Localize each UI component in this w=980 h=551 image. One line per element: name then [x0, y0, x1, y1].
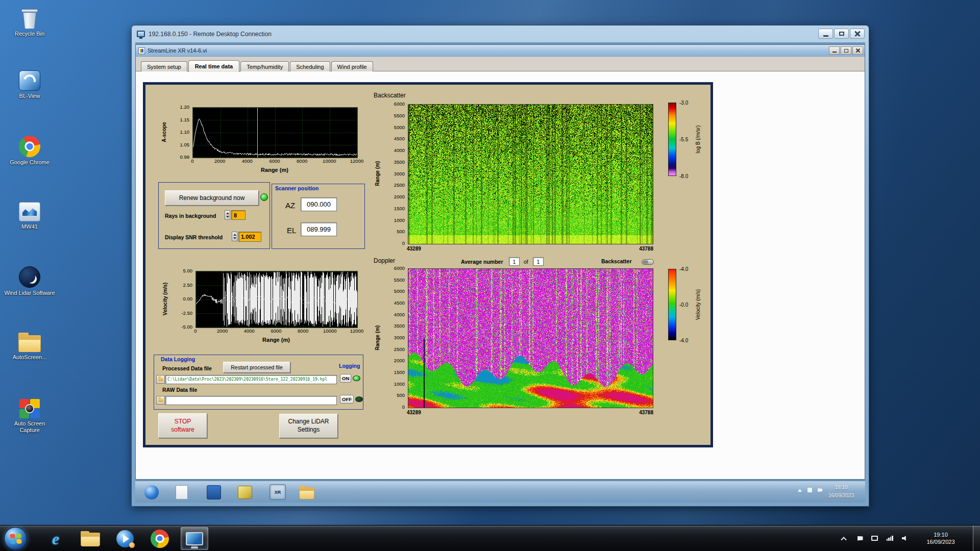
desktop-icon-bl-view[interactable]: BL-View	[4, 70, 55, 99]
speaker-icon	[902, 536, 908, 541]
recycle-bin-icon	[18, 6, 41, 29]
ascope-y-axis: 1.201.151.101.050.99	[169, 107, 191, 157]
tick-label: 6000	[394, 102, 405, 107]
average-number-field[interactable]: 1	[509, 257, 520, 266]
taskbar-clock[interactable]: 19:10 16/09/2023	[915, 525, 967, 551]
backscatter-colorbar	[668, 103, 676, 176]
average-count-field[interactable]: 1	[533, 257, 544, 266]
app-close-button[interactable]	[852, 46, 863, 55]
tick-label: 4000	[242, 159, 253, 164]
taskbar-chrome-button[interactable]	[146, 527, 174, 550]
tick-label: 1.15	[180, 117, 190, 122]
remote-tray-status-icon[interactable]	[807, 488, 812, 492]
raw-logging-toggle[interactable]: OFF	[340, 395, 363, 404]
doppler-x-tick-start: 43289	[407, 410, 421, 415]
taskbar-media-player-button[interactable]	[111, 527, 139, 550]
doppler-plot-canvas[interactable]	[408, 268, 653, 408]
tab-real-time-data[interactable]: Real time data	[188, 60, 240, 72]
processed-logging-toggle[interactable]: ON	[340, 374, 360, 383]
backscatter-title: Backscatter	[374, 92, 406, 99]
doppler-backscatter-toggle[interactable]	[642, 259, 654, 265]
scanner-position-group: Scanner position AZ 090.000 EL 089.999	[272, 184, 365, 249]
desktop-icon-google-chrome[interactable]: Google Chrome	[4, 136, 55, 166]
colorbar-tick: -8.0	[679, 173, 688, 179]
processed-path-field[interactable]: C:\Lidar\Data\Proc\2023\202309\20230916\…	[165, 375, 337, 384]
ascope-plot-canvas[interactable]	[192, 107, 358, 158]
auto-screen-capture-icon	[19, 399, 40, 418]
remote-tray-expand-icon[interactable]	[798, 489, 802, 492]
velocity-plot-canvas[interactable]	[195, 271, 358, 328]
remote-taskbar-browser-icon[interactable]	[144, 485, 159, 499]
velocity-y-axis: 5.002.500.00-2.50-5.00	[172, 271, 194, 327]
velocity-x-axis: 020004000600080001000012000	[195, 329, 357, 335]
tray-display-icon[interactable]	[869, 532, 880, 545]
desktop-icon-label: MW41	[21, 223, 38, 230]
tick-label: 3500	[394, 324, 405, 329]
desktop-icon-mw41[interactable]: MW41	[4, 202, 55, 230]
tick-label: 1.20	[180, 105, 190, 110]
tick-label: 1000	[394, 382, 405, 387]
remote-taskbar-folder-icon[interactable]	[299, 486, 314, 499]
rays-spinner[interactable]	[225, 210, 230, 220]
show-desktop-button[interactable]	[973, 525, 980, 551]
rdp-minimize-button[interactable]	[818, 29, 833, 39]
taskbar-remote-desktop-button[interactable]	[181, 527, 208, 550]
logging-label: Logging	[339, 363, 360, 369]
change-lidar-settings-button[interactable]: Change LiDARSettings	[279, 414, 338, 438]
taskbar: e 19:10 16/09/2023	[0, 525, 980, 551]
tick-label: 1000	[394, 218, 405, 223]
remote-tray[interactable]	[798, 488, 822, 492]
remote-taskbar-streamline-xr-icon[interactable]: XR	[270, 484, 286, 500]
renew-background-button[interactable]: Renew background now	[165, 190, 259, 206]
snr-threshold-field[interactable]: 1.002	[238, 232, 261, 242]
app-titlebar[interactable]: StreamLine XR v14-6.vi	[136, 45, 865, 57]
scanner-position-title: Scanner position	[275, 185, 318, 191]
stop-software-button[interactable]: STOPsoftware	[158, 413, 207, 438]
tray-volume[interactable]	[899, 532, 911, 545]
remote-taskbar-notepad-icon[interactable]	[176, 485, 188, 499]
processed-path-browse-icon[interactable]	[156, 375, 165, 384]
app-maximize-button[interactable]	[841, 46, 851, 55]
doppler-colorbar-label: Velocity (m/s)	[695, 289, 701, 320]
desktop-icon-autoscreen[interactable]: AutoScreen...	[4, 333, 55, 361]
tab-scheduling[interactable]: Scheduling	[290, 61, 330, 71]
rays-in-background-field[interactable]: 8	[231, 210, 246, 220]
tab-wind-profile[interactable]: Wind profile	[331, 61, 373, 71]
rdp-titlebar[interactable]: 192.168.0.150 - Remote Desktop Connectio…	[132, 26, 869, 42]
tick-label: 6000	[269, 159, 280, 164]
rdp-close-button[interactable]	[850, 29, 865, 39]
of-label: of	[524, 259, 528, 265]
remote-taskbar-notes-icon[interactable]	[238, 486, 252, 499]
remote-clock-time: 19:10	[821, 484, 861, 492]
raw-path-browse-icon[interactable]	[156, 396, 165, 405]
tray-network[interactable]	[884, 532, 895, 545]
backscatter-plot-canvas[interactable]	[408, 104, 653, 244]
tray-action-center[interactable]	[854, 532, 866, 545]
start-button[interactable]	[4, 527, 27, 550]
tick-label: -2.50	[181, 311, 192, 316]
tab-system-setup[interactable]: System setup	[141, 61, 187, 71]
app-minimize-button[interactable]	[829, 46, 840, 55]
tray-expand-button[interactable]	[838, 532, 849, 545]
remote-taskbar-app-grid-icon[interactable]	[207, 485, 221, 499]
az-field[interactable]: 090.000	[301, 197, 337, 211]
rays-in-background-label: Rays in background	[165, 213, 216, 219]
taskbar-internet-explorer-button[interactable]: e	[42, 527, 69, 550]
desktop-icon-label: Wind Lidar Software	[4, 290, 55, 296]
desktop-icon-label: Recycle Bin	[15, 31, 44, 37]
desktop-icon-auto-screen-capture[interactable]: Auto Screen Capture	[4, 399, 55, 434]
restart-processed-file-button[interactable]: Restart processed file	[223, 362, 290, 373]
rdp-maximize-button[interactable]	[834, 29, 849, 39]
ascope-graph: 1.201.151.101.050.99 0200040006000800010…	[192, 107, 357, 157]
raw-path-field[interactable]	[165, 396, 337, 405]
renew-background-led	[260, 193, 268, 201]
tab-temp-humidity[interactable]: Temp/humidity	[240, 61, 289, 71]
taskbar-explorer-button[interactable]	[77, 527, 104, 550]
close-icon	[854, 31, 861, 37]
el-field[interactable]: 089.999	[301, 222, 337, 236]
desktop-icon-recycle-bin[interactable]: Recycle Bin	[4, 6, 55, 37]
tab-bar: System setup Real time data Temp/humidit…	[136, 57, 865, 71]
remote-clock[interactable]: 19:10 16/09/2023	[821, 484, 861, 499]
desktop-icon-wind-lidar[interactable]: Wind Lidar Software	[4, 266, 55, 296]
snr-spinner[interactable]	[232, 232, 237, 241]
